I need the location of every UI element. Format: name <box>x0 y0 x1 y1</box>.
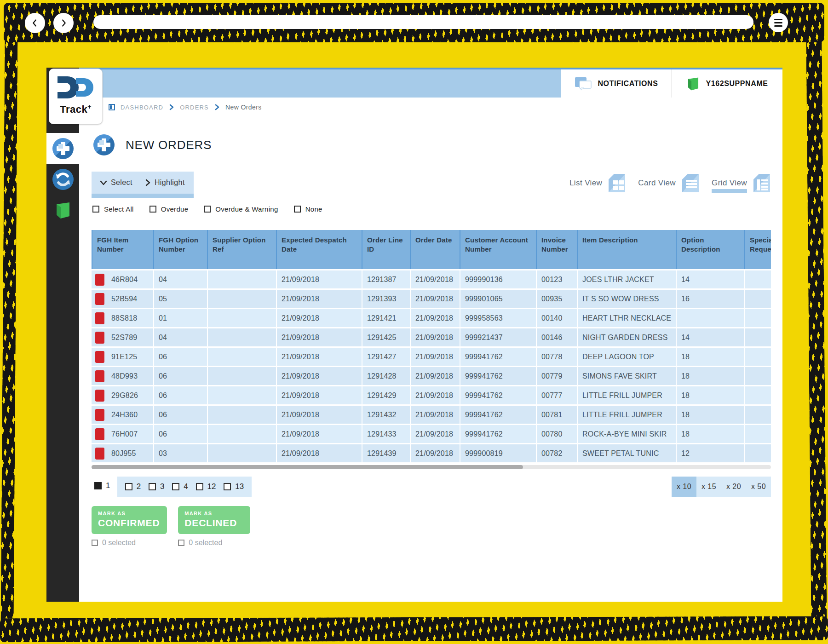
sidebar-item-refresh[interactable] <box>46 164 79 195</box>
selected-count[interactable]: 0 selected <box>92 539 167 547</box>
page-current[interactable]: 1 <box>94 481 110 490</box>
table-row[interactable]: 52S789 04 21/09/2018 1291425 21/09/2018 … <box>92 328 771 348</box>
account-button[interactable]: Y162SUPPNAME <box>672 69 782 98</box>
filter-label: Overdue <box>161 205 189 213</box>
menu-button[interactable] <box>769 13 788 32</box>
checkbox-icon <box>196 483 203 490</box>
app-window: Track+ NOTIFICATIONS Y162SUPPNAME <box>46 68 782 602</box>
checkbox-icon <box>149 483 156 490</box>
page-button[interactable]: 4 <box>172 482 188 491</box>
back-button[interactable] <box>25 13 45 33</box>
list-view-button[interactable]: List View <box>569 173 626 193</box>
page-size-button[interactable]: x 50 <box>746 477 771 497</box>
breadcrumb-chevron-icon <box>214 104 220 110</box>
browser-chrome <box>4 3 824 42</box>
breadcrumb-chevron-icon <box>169 104 174 110</box>
filter-bar: Select All Overdue Overdue & Warning <box>92 205 322 213</box>
sketch-frame-bottom <box>0 616 828 643</box>
status-indicator <box>95 409 104 421</box>
page-button[interactable]: 13 <box>224 482 244 491</box>
forward-button[interactable] <box>53 13 74 33</box>
column-header[interactable]: Option Description <box>676 230 744 269</box>
view-switcher: List View Card View <box>569 173 771 193</box>
page-button[interactable]: 3 <box>149 482 164 491</box>
page-title: NEW ORDERS <box>126 138 212 152</box>
filter-label: Overdue & Warning <box>215 205 278 213</box>
page-size-button[interactable]: x 20 <box>721 477 746 497</box>
table-row[interactable]: 52B594 05 21/09/2018 1291393 21/09/2018 … <box>92 290 771 309</box>
status-indicator <box>95 390 104 402</box>
actions: MARK AS CONFIRMED 0 selected MARK AS DEC… <box>92 506 250 547</box>
supplier-green-icon <box>54 201 72 219</box>
page-button[interactable]: 12 <box>196 482 216 491</box>
horizontal-scrollbar[interactable] <box>92 465 771 469</box>
column-header[interactable]: Expected Despatch Date <box>276 230 362 269</box>
status-indicator <box>95 370 104 382</box>
page-button[interactable]: 2 <box>125 482 141 491</box>
column-header[interactable]: FGH Option Number <box>153 230 207 269</box>
refresh-icon <box>52 169 74 190</box>
grid-view-button[interactable]: Grid View <box>712 173 771 193</box>
column-header[interactable]: Invoice Number <box>536 230 577 269</box>
filter-checkbox[interactable]: Overdue & Warning <box>204 205 278 213</box>
chevron-right-icon <box>144 179 151 186</box>
chevron-right-icon <box>58 18 69 28</box>
action-block: MARK AS DECLINED 0 selected <box>178 506 250 547</box>
status-indicator <box>95 448 104 460</box>
column-header[interactable]: Special Requests <box>744 230 771 269</box>
column-header[interactable]: Item Description <box>577 230 676 269</box>
mark-as-button[interactable]: MARK AS CONFIRMED <box>92 506 167 534</box>
table-row[interactable]: 29G826 06 21/09/2018 1291429 21/09/2018 … <box>92 386 771 406</box>
table-row[interactable]: 24H360 06 21/09/2018 1291432 21/09/2018 … <box>92 406 771 425</box>
main-content: NEW ORDERS Select Highlight List View <box>79 117 782 602</box>
sidebar-item-supplier[interactable] <box>46 195 79 225</box>
filter-label: Select All <box>104 205 134 213</box>
column-header[interactable]: Order Line ID <box>362 230 410 269</box>
selected-count[interactable]: 0 selected <box>178 539 250 547</box>
checkbox-icon <box>92 540 98 546</box>
checkbox-icon <box>172 483 179 490</box>
logo-text: Track+ <box>60 103 92 115</box>
scrollbar-thumb[interactable] <box>92 465 523 469</box>
notifications-button[interactable]: NOTIFICATIONS <box>561 69 672 98</box>
filter-label: None <box>305 205 322 213</box>
select-dropdown[interactable]: Select <box>100 178 132 187</box>
plus-circle-icon <box>52 138 74 159</box>
page-size-button[interactable]: x 15 <box>696 477 721 497</box>
column-header[interactable]: Supplier Option Ref <box>207 230 276 269</box>
sketch-frame-left <box>0 25 17 637</box>
page-size-picker: x 10 x 15x 20x 50 <box>672 477 771 497</box>
sidebar-item-new-orders[interactable] <box>46 133 79 164</box>
checkbox-icon <box>294 206 301 213</box>
filter-checkbox[interactable]: None <box>294 205 322 213</box>
column-header[interactable]: Customer Account Number <box>460 230 536 269</box>
table-row[interactable]: 46R804 04 21/09/2018 1291387 21/09/2018 … <box>92 270 771 290</box>
table-row[interactable]: 88S818 01 21/09/2018 1291421 21/09/2018 … <box>92 309 771 328</box>
app-header: NOTIFICATIONS Y162SUPPNAME <box>79 68 782 98</box>
status-indicator <box>95 293 104 305</box>
page-size-button-active[interactable]: x 10 <box>672 477 696 497</box>
table-body: 46R804 04 21/09/2018 1291387 21/09/2018 … <box>92 270 771 464</box>
table-row[interactable]: 76H007 06 21/09/2018 1291433 21/09/2018 … <box>92 425 771 444</box>
table-row[interactable]: 80J955 03 21/09/2018 1291439 21/09/2018 … <box>92 444 771 464</box>
card-view-button[interactable]: Card View <box>638 173 700 193</box>
checkbox-icon <box>150 206 156 213</box>
table-row[interactable]: 91E125 06 21/09/2018 1291427 21/09/2018 … <box>92 348 771 367</box>
highlight-dropdown[interactable]: Highlight <box>144 178 185 187</box>
filter-checkbox[interactable]: Overdue <box>150 205 189 213</box>
page-head: NEW ORDERS <box>93 134 212 155</box>
table-row[interactable]: 48D993 06 21/09/2018 1291428 21/09/2018 … <box>92 367 771 386</box>
column-header[interactable]: Order Date <box>410 230 460 269</box>
column-header[interactable]: FGH Item Number <box>92 230 153 269</box>
status-indicator <box>95 351 104 363</box>
action-block: MARK AS CONFIRMED 0 selected <box>92 506 167 547</box>
breadcrumb-dashboard[interactable]: DASHBOARD <box>121 104 163 111</box>
logo[interactable]: Track+ <box>49 69 103 124</box>
orders-table: FGH Item NumberFGH Option NumberSupplier… <box>92 230 771 464</box>
table-header-row: FGH Item NumberFGH Option NumberSupplier… <box>92 230 771 270</box>
filter-checkbox[interactable]: Select All <box>92 205 134 213</box>
breadcrumb-orders[interactable]: ORDERS <box>180 104 209 111</box>
dd-logo-icon <box>55 74 97 102</box>
mark-as-button[interactable]: MARK AS DECLINED <box>178 506 250 534</box>
address-bar[interactable] <box>93 15 753 29</box>
